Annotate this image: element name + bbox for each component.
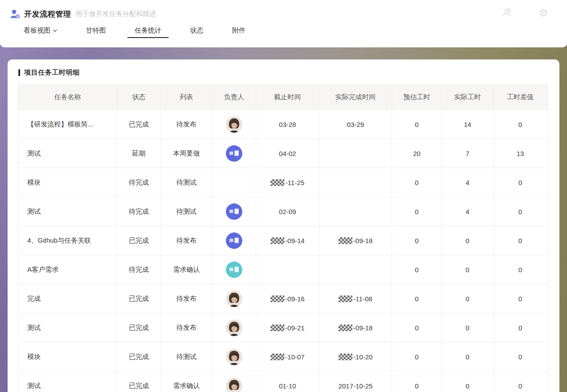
cell-list: 待测试: [161, 342, 212, 371]
cell-assignee: [212, 342, 256, 371]
chevron-down-icon: [53, 29, 57, 32]
date-text: -09-21: [285, 324, 305, 332]
table-body: 【研发流程】模板简...已完成待发布03-2803-290140测试延期本周要做…: [18, 110, 548, 392]
cell-status: 待完成: [117, 197, 161, 226]
title-row: 开发流程管理 用于做开发任务分配和跟进: [0, 0, 567, 21]
table-header: 任务名称状态列表负责人截止时间实际完成时间预估工时实际工时工时差值: [18, 85, 548, 110]
cell-deadline: 01-10: [256, 371, 319, 392]
cell-completed-time: [319, 139, 392, 168]
column-header-actual-hours: 实际工时: [442, 85, 494, 110]
table-row[interactable]: 模块待完成待测试-11-25040: [18, 168, 548, 197]
cell-completed-time: -10-20: [319, 342, 392, 371]
cell-hours-diff: 0: [494, 313, 547, 342]
cell-completed-time: -11-08: [319, 284, 392, 313]
cell-deadline: -09-14: [256, 226, 319, 255]
cell-actual-hours: 7: [442, 139, 494, 168]
logo-avatar: [226, 203, 242, 220]
cell-task-name: 模块: [18, 342, 117, 371]
cell-estimated-hours: 0: [392, 284, 442, 313]
cell-completed-time: 2017-10-25: [319, 371, 392, 392]
column-header-completed-time: 实际完成时间: [319, 85, 392, 110]
cell-status: 已完成: [117, 371, 161, 392]
cell-completed-time: [319, 197, 392, 226]
cell-estimated-hours: 0: [392, 313, 442, 342]
table-row[interactable]: 完成已完成待发布-09-16-11-08000: [18, 284, 548, 313]
cell-task-name: 模块: [18, 168, 117, 197]
table-row[interactable]: 测试已完成待发布-09-21-09-18000: [18, 313, 548, 342]
table-row[interactable]: 模块已完成待测试-10-07-10-20000: [18, 342, 548, 371]
date-text: 04-02: [279, 150, 296, 157]
cell-actual-hours: 0: [442, 255, 494, 284]
cell-hours-diff: 0: [494, 197, 547, 226]
redacted-year: [271, 325, 284, 331]
user-photo-avatar: [226, 349, 242, 365]
column-header-status: 状态: [117, 85, 161, 110]
cell-task-name: 测试: [18, 371, 117, 392]
logo-avatar: [226, 261, 242, 278]
content-card: 项目任务工时明细 任务名称状态列表负责人截止时间实际完成时间预估工时实际工时工时…: [8, 59, 559, 392]
tab-label: 看板视图: [24, 26, 51, 35]
cell-assignee: [212, 197, 256, 226]
date-text: -11-25: [285, 179, 304, 186]
cell-task-name: 测试: [18, 313, 117, 342]
gear-glyph: ⚙: [539, 8, 548, 18]
cell-status: 已完成: [117, 110, 161, 139]
cell-completed-time: [319, 255, 392, 284]
invite-member-icon[interactable]: [501, 7, 512, 19]
redacted-year: [339, 354, 352, 360]
cell-task-name: 测试: [18, 139, 117, 168]
column-header-estimated-hours: 预估工时: [392, 85, 442, 110]
cell-hours-diff: 0: [494, 168, 547, 197]
date-text: -10-07: [285, 353, 305, 361]
date-text: 01-10: [279, 382, 296, 390]
logo-avatar: [226, 145, 242, 162]
header-actions: ⚙: [501, 7, 549, 19]
cell-actual-hours: 0: [442, 371, 494, 392]
tab-status[interactable]: 状态: [190, 21, 203, 40]
cell-status: 已完成: [117, 313, 161, 342]
tab-attachments[interactable]: 附件: [232, 21, 245, 40]
tab-gantt-chart[interactable]: 甘特图: [86, 21, 106, 40]
gear-icon[interactable]: ⚙: [537, 7, 549, 19]
redacted-year: [339, 325, 352, 331]
cell-task-name: 【研发流程】模板简...: [18, 110, 117, 139]
tab-kanban-view[interactable]: 看板视图: [24, 21, 57, 40]
table-row[interactable]: 测试已完成需求确认01-102017-10-25000: [18, 371, 548, 392]
user-photo-avatar: [226, 320, 242, 336]
date-text: 2017-10-25: [339, 382, 373, 390]
section-title-row: 项目任务工时明细: [18, 68, 559, 77]
cell-actual-hours: 0: [442, 342, 494, 371]
cell-estimated-hours: 0: [392, 226, 442, 255]
table-row[interactable]: A客户需求待完成需求确认000: [18, 255, 548, 284]
cell-task-name: A客户需求: [18, 255, 117, 284]
cell-list: 待发布: [161, 313, 212, 342]
tab-label: 附件: [232, 26, 245, 35]
cell-completed-time: [319, 168, 392, 197]
cell-status: 已完成: [117, 284, 161, 313]
column-header-hours-diff: 工时差值: [494, 85, 547, 110]
app-header: 开发流程管理 用于做开发任务分配和跟进 ⚙ 看板视图甘特图任务统计状态附件: [0, 0, 567, 47]
section-title: 项目任务工时明细: [24, 68, 80, 77]
tab-label: 甘特图: [86, 26, 106, 35]
tab-task-stats[interactable]: 任务统计: [135, 21, 161, 40]
table-row[interactable]: 测试待完成待测试02-09040: [18, 197, 548, 226]
column-header-assignee: 负责人: [212, 85, 256, 110]
cell-actual-hours: 14: [442, 110, 494, 139]
redacted-year: [339, 295, 352, 302]
table-row[interactable]: 【研发流程】模板简...已完成待发布03-2803-290140: [18, 110, 548, 139]
cell-estimated-hours: 0: [392, 342, 442, 371]
date-text: -09-18: [353, 237, 372, 244]
cell-list: 本周要做: [161, 139, 212, 168]
column-header-deadline: 截止时间: [256, 85, 319, 110]
tab-bar: 看板视图甘特图任务统计状态附件: [0, 21, 567, 40]
column-header-task-name: 任务名称: [18, 85, 117, 110]
table-row[interactable]: 测试延期本周要做04-0220713: [18, 139, 548, 168]
cell-estimated-hours: 0: [392, 110, 442, 139]
date-text: 03-28: [279, 121, 296, 128]
table-row[interactable]: 4、Github与任务关联已完成待发布-09-14-09-18000: [18, 226, 548, 255]
cell-completed-time: -09-18: [319, 313, 392, 342]
user-photo-avatar: [226, 291, 242, 307]
cell-deadline: 04-02: [256, 139, 319, 168]
page-subtitle: 用于做开发任务分配和跟进: [76, 10, 156, 18]
cell-completed-time: 03-29: [319, 110, 392, 139]
